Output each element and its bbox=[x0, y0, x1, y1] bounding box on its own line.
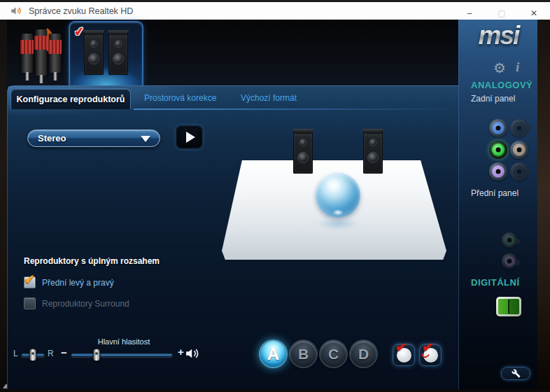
volume-increase-button[interactable]: + bbox=[178, 346, 184, 358]
red-check-icon: ✔ bbox=[421, 338, 435, 356]
channel-mode-select[interactable]: Stereo bbox=[27, 130, 160, 147]
desktop-edge-right bbox=[537, 20, 550, 392]
front-jack-mic-violet[interactable] bbox=[502, 253, 517, 269]
volume-decrease-button[interactable]: − bbox=[61, 346, 67, 358]
analog-heading: ANALOGOVÝ bbox=[471, 80, 533, 90]
surround-checkbox[interactable] bbox=[24, 298, 36, 309]
tab-default-format[interactable]: Výchozí formát bbox=[241, 93, 297, 103]
connector-settings-button[interactable]: ✔ bbox=[393, 344, 415, 366]
balance-slider[interactable] bbox=[21, 353, 45, 357]
main-volume-label: Hlavní hlasitost bbox=[68, 337, 180, 346]
test-speaker-b-button[interactable]: B bbox=[290, 341, 316, 367]
msi-brand-logo: msi bbox=[459, 21, 538, 50]
jack-line-in-blue[interactable] bbox=[489, 119, 507, 137]
jack-unused-top[interactable] bbox=[510, 119, 528, 137]
jack-mic-in-tan[interactable] bbox=[510, 141, 528, 159]
surround-label: Reproduktory Surround bbox=[42, 299, 129, 309]
tab-underline bbox=[134, 108, 453, 110]
titlebar: Správce zvuku Realtek HD – ▢ ✕ bbox=[0, 0, 550, 20]
main-volume-slider-thumb[interactable] bbox=[93, 349, 100, 361]
full-range-heading: Reproduktory s úplným rozsahem bbox=[24, 256, 160, 266]
surround-option: Reproduktory Surround bbox=[24, 298, 129, 309]
device-advanced-settings-button[interactable] bbox=[501, 367, 530, 380]
balance-right-label: R bbox=[48, 349, 54, 358]
test-speaker-a-button[interactable]: A bbox=[260, 341, 286, 367]
rca-plug-icon bbox=[35, 29, 47, 76]
desktop-edge-bottom bbox=[0, 389, 550, 392]
front-pair-checkbox[interactable]: ✔ bbox=[24, 276, 36, 288]
listener-reflection bbox=[317, 218, 359, 230]
connector-sidebar: msi ⚙ i ANALOGOVÝ Zadní panel bbox=[458, 20, 537, 389]
main-volume-slider[interactable] bbox=[71, 353, 173, 357]
jack-line-out-green[interactable] bbox=[489, 141, 507, 159]
front-left-speaker-icon[interactable] bbox=[293, 130, 313, 174]
rca-plug-icon bbox=[49, 34, 61, 73]
speaker-test-buttons: A B C D bbox=[260, 341, 376, 367]
front-panel-label: Přední panel bbox=[471, 188, 519, 198]
default-device-check-icon: ✔ bbox=[73, 24, 85, 39]
wrench-icon bbox=[512, 369, 521, 378]
auto-test-play-button[interactable] bbox=[176, 125, 203, 149]
volume-speaker-icon[interactable] bbox=[185, 347, 201, 360]
app-body: ✔ Konfigurace reproduktorů Prostorová ko… bbox=[0, 20, 550, 392]
digital-heading: DIGITÁLNÍ bbox=[471, 277, 520, 288]
front-pair-label: Přední levý a pravý bbox=[42, 278, 114, 288]
listener-position-sphere bbox=[316, 173, 360, 218]
front-jack-headphone-green[interactable] bbox=[502, 232, 517, 248]
spdif-optical-connector[interactable] bbox=[496, 297, 521, 316]
jack-unused-bottom[interactable] bbox=[510, 162, 528, 181]
desktop-edge-left bbox=[0, 20, 7, 392]
rca-plug-icon bbox=[21, 34, 33, 73]
red-check-icon: ✔ bbox=[395, 338, 408, 356]
tab-room-correction[interactable]: Prostorová korekce bbox=[144, 93, 216, 103]
speaker-tower-icon bbox=[84, 31, 104, 75]
realtek-audio-manager-window: Správce zvuku Realtek HD – ▢ ✕ ✔ bbox=[0, 0, 550, 392]
speakers-device-tab[interactable]: ✔ bbox=[69, 21, 143, 85]
app-speaker-icon bbox=[10, 6, 22, 17]
rear-panel-label: Zadní panel bbox=[471, 94, 515, 104]
play-icon bbox=[186, 132, 195, 143]
optical-port-icon bbox=[498, 299, 519, 314]
tab-speaker-configuration[interactable]: Konfigurace reproduktorů bbox=[10, 88, 131, 109]
channel-mode-value: Stereo bbox=[38, 133, 66, 144]
front-right-speaker-icon[interactable] bbox=[363, 130, 383, 174]
gear-icon[interactable]: ⚙ bbox=[493, 59, 506, 76]
orange-check-icon: ✔ bbox=[24, 272, 35, 288]
balance-slider-thumb[interactable] bbox=[29, 349, 36, 361]
speaker-configuration-panel: Konfigurace reproduktorů Prostorová kore… bbox=[7, 85, 458, 389]
info-icon[interactable]: i bbox=[516, 59, 519, 75]
device-bar: ✔ bbox=[7, 20, 458, 85]
window-title: Správce zvuku Realtek HD bbox=[29, 6, 133, 16]
speaker-tower-icon bbox=[108, 31, 128, 75]
jack-violet[interactable] bbox=[489, 162, 507, 181]
balance-left-label: L bbox=[13, 349, 18, 358]
connector-retask-button[interactable]: ✔ bbox=[419, 344, 442, 366]
rear-panel-jacks bbox=[489, 119, 528, 181]
rca-connectors-graphic bbox=[15, 24, 74, 84]
chevron-down-icon bbox=[141, 136, 150, 142]
test-speaker-c-button[interactable]: C bbox=[320, 341, 346, 367]
front-pair-option: ✔ Přední levý a pravý bbox=[24, 276, 114, 288]
speaker-layout-illustration bbox=[218, 125, 459, 265]
test-speaker-d-button[interactable]: D bbox=[351, 341, 376, 367]
